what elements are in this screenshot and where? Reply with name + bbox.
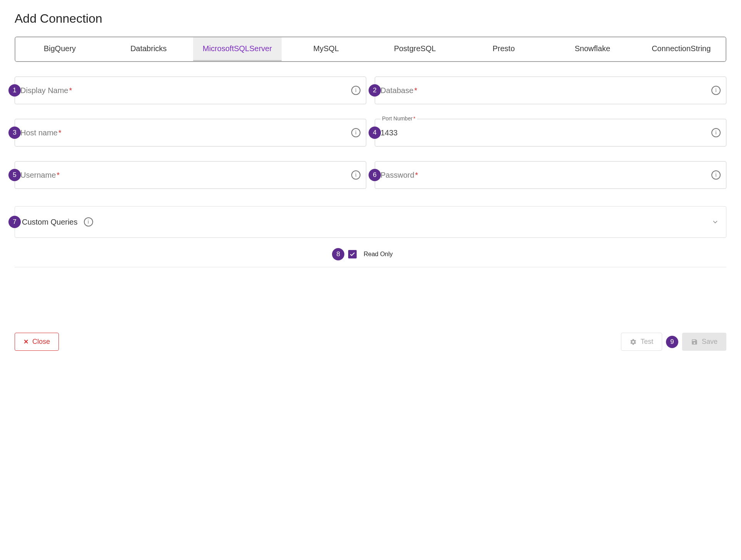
save-icon [691,338,698,345]
display-name-input[interactable]: Display Name* i [15,77,366,104]
gear-icon [630,338,637,345]
database-label: Database* [381,86,711,95]
tab-bigquery[interactable]: BigQuery [15,37,104,61]
save-button[interactable]: Save [682,333,726,351]
step-badge-7: 7 [8,216,21,228]
divider [15,267,726,267]
read-only-checkbox[interactable] [348,250,357,258]
tab-databricks[interactable]: Databricks [104,37,193,61]
password-label: Password* [381,171,711,180]
read-only-label: Read Only [364,251,393,258]
close-icon: ✕ [23,338,28,345]
username-input[interactable]: Username* i [15,161,366,189]
port-number-input[interactable]: Port Number* 1433 i [375,119,726,147]
save-button-label: Save [702,338,718,346]
tabs-container: BigQuery Databricks MicrosoftSQLServer M… [15,37,726,62]
display-name-field-wrapper: 1 Display Name* i [15,77,366,104]
custom-queries-accordion[interactable]: Custom Queries i [15,206,726,238]
step-badge-5: 5 [8,169,21,181]
info-icon[interactable]: i [351,86,360,95]
host-name-label: Host name* [20,128,351,137]
port-number-value: 1433 [381,128,711,137]
test-button[interactable]: Test [621,333,662,351]
custom-queries-wrapper: 7 Custom Queries i [15,206,726,238]
page-title: Add Connection [15,12,726,26]
test-button-label: Test [641,338,653,346]
step-badge-8: 8 [332,248,344,260]
display-name-label: Display Name* [20,86,351,95]
tab-mysql[interactable]: MySQL [282,37,370,61]
host-name-input[interactable]: Host name* i [15,119,366,147]
tab-snowflake[interactable]: Snowflake [548,37,637,61]
info-icon[interactable]: i [84,217,93,227]
password-input[interactable]: Password* i [375,161,726,189]
info-icon[interactable]: i [711,86,721,95]
info-icon[interactable]: i [711,128,721,137]
tab-presto[interactable]: Presto [459,37,548,61]
form-grid: 1 Display Name* i 2 Database* i 3 Host n… [15,77,726,189]
step-badge-6: 6 [369,169,381,181]
read-only-row: 8 Read Only [15,250,726,258]
username-field-wrapper: 5 Username* i [15,161,366,189]
custom-queries-label: Custom Queries [22,218,78,227]
tab-microsoft-sql-server[interactable]: MicrosoftSQLServer [193,37,282,61]
close-button-label: Close [32,338,50,346]
password-field-wrapper: 6 Password* i [375,161,726,189]
port-number-field-wrapper: 4 Port Number* 1433 i [375,119,726,147]
step-badge-1: 1 [8,84,21,97]
database-field-wrapper: 2 Database* i [375,77,726,104]
info-icon[interactable]: i [351,128,360,137]
step-badge-3: 3 [8,127,21,139]
footer: ✕ Close Test 9 Save [15,333,726,351]
port-number-label: Port Number* [381,115,417,122]
info-icon[interactable]: i [351,170,360,180]
tab-connection-string[interactable]: ConnectionString [637,37,726,61]
tab-postgresql[interactable]: PostgreSQL [370,37,459,61]
step-badge-9: 9 [666,336,678,348]
chevron-down-icon [711,218,719,226]
step-badge-2: 2 [369,84,381,97]
username-label: Username* [20,171,351,180]
database-input[interactable]: Database* i [375,77,726,104]
close-button[interactable]: ✕ Close [15,333,59,351]
host-name-field-wrapper: 3 Host name* i [15,119,366,147]
step-badge-4: 4 [369,127,381,139]
info-icon[interactable]: i [711,170,721,180]
